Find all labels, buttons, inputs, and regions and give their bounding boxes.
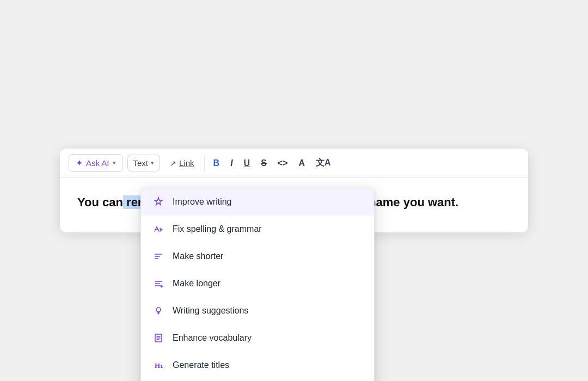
improve-writing-label: Improve writing (173, 197, 231, 207)
editor-text-before: You can (77, 195, 123, 209)
dropdown-item-fix-spelling-grammar[interactable]: Fix spelling & grammar (141, 216, 374, 243)
dropdown-item-enhance-vocabulary[interactable]: Enhance vocabulary (141, 324, 374, 352)
improve-writing-icon (152, 195, 165, 208)
link-label: Link (179, 158, 194, 168)
generate-titles-label: Generate titles (173, 360, 229, 370)
translate-button[interactable]: 文A (311, 154, 335, 172)
editor-container: ✦ Ask AI ▾ Text ▾ ↗ Link B I U S (60, 149, 528, 232)
make-shorter-label: Make shorter (173, 251, 223, 261)
ask-ai-chevron-icon: ▾ (113, 159, 116, 167)
sparkle-icon: ✦ (76, 158, 83, 168)
fix-spelling-grammar-label: Fix spelling & grammar (173, 224, 262, 234)
dropdown-item-improve-writing[interactable]: Improve writing (141, 188, 374, 216)
font-button[interactable]: A (295, 155, 310, 171)
link-button[interactable]: ↗ Link (164, 155, 200, 171)
dropdown-menu: Improve writingFix spelling & grammarMak… (140, 188, 375, 381)
strikethrough-button[interactable]: S (256, 155, 271, 171)
underline-label: U (244, 158, 250, 168)
italic-button[interactable]: I (226, 155, 237, 171)
writing-suggestions-label: Writing suggestions (173, 306, 248, 316)
dropdown-item-make-longer[interactable]: Make longer (141, 270, 374, 297)
underline-button[interactable]: U (240, 155, 255, 171)
italic-label: I (230, 158, 232, 168)
text-format-button[interactable]: Text ▾ (127, 155, 161, 171)
text-format-label: Text (133, 158, 149, 168)
translate-label: 文A (316, 157, 331, 169)
toolbar-separator (204, 156, 205, 171)
fix-spelling-grammar-icon (152, 223, 165, 236)
enhance-vocabulary-label: Enhance vocabulary (173, 333, 252, 343)
make-longer-label: Make longer (173, 279, 220, 288)
svg-point-0 (156, 308, 161, 312)
ask-ai-button[interactable]: ✦ Ask AI ▾ (69, 154, 123, 172)
dropdown-item-make-shorter[interactable]: Make shorter (141, 243, 374, 270)
link-arrow-icon: ↗ (170, 159, 176, 168)
svg-text:H₁: H₁ (155, 361, 163, 370)
make-longer-icon (152, 277, 165, 290)
code-button[interactable]: <> (273, 155, 292, 171)
generate-titles-icon: H₁ (152, 359, 165, 372)
text-format-chevron-icon: ▾ (151, 159, 154, 167)
bold-button[interactable]: B (209, 155, 224, 171)
dropdown-item-generate-titles[interactable]: H₁Generate titles (141, 352, 374, 379)
enhance-vocabulary-icon (152, 331, 165, 345)
strikethrough-label: S (261, 158, 267, 168)
toolbar: ✦ Ask AI ▾ Text ▾ ↗ Link B I U S (60, 149, 528, 178)
font-label: A (299, 158, 305, 168)
bold-label: B (213, 158, 220, 168)
dropdown-item-templates-structure[interactable]: Templates & structure (141, 379, 374, 381)
dropdown-item-writing-suggestions[interactable]: Writing suggestions (141, 297, 374, 324)
ask-ai-label: Ask AI (86, 158, 109, 168)
writing-suggestions-icon (152, 304, 165, 317)
make-shorter-icon (152, 250, 165, 263)
code-label: <> (278, 158, 288, 168)
